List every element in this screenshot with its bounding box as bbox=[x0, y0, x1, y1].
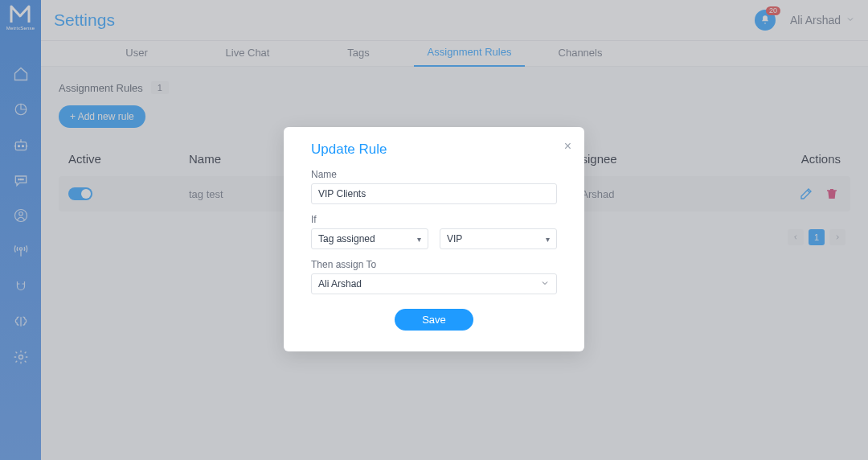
condition-value: VIP bbox=[447, 233, 462, 244]
close-icon[interactable]: × bbox=[564, 140, 571, 153]
condition-value-select[interactable]: VIP ▾ bbox=[440, 228, 557, 249]
rule-name-input[interactable] bbox=[311, 183, 557, 204]
condition-type-select[interactable]: Tag assigned ▾ bbox=[311, 228, 428, 249]
if-label: If bbox=[311, 214, 557, 225]
modal-overlay[interactable]: × Update Rule Name If Tag assigned ▾ VIP… bbox=[0, 0, 868, 460]
chevron-down-icon bbox=[540, 278, 550, 290]
modal-title: Update Rule bbox=[311, 142, 557, 158]
save-button[interactable]: Save bbox=[395, 309, 473, 331]
condition-type-value: Tag assigned bbox=[318, 233, 375, 244]
assign-label: Then assign To bbox=[311, 259, 557, 270]
caret-down-icon: ▾ bbox=[417, 235, 421, 244]
assignee-value: Ali Arshad bbox=[318, 278, 362, 290]
update-rule-modal: × Update Rule Name If Tag assigned ▾ VIP… bbox=[284, 127, 584, 351]
name-label: Name bbox=[311, 169, 557, 180]
caret-down-icon: ▾ bbox=[546, 235, 550, 244]
assignee-select[interactable]: Ali Arshad bbox=[311, 273, 557, 294]
